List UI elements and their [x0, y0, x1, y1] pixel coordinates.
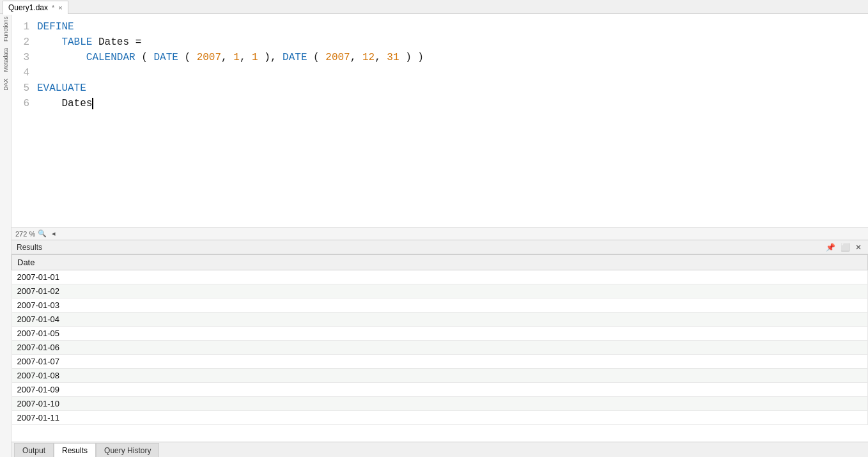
table-row: 2007-01-05 — [12, 327, 868, 341]
results-table-head: Date — [12, 255, 868, 270]
date-column-header: Date — [12, 255, 868, 270]
line-content-1: DEFINE — [37, 19, 868, 35]
token: ( — [136, 52, 154, 63]
code-line-1: 1DEFINE — [12, 19, 868, 35]
date-cell: 2007-01-09 — [12, 383, 868, 397]
bottom-tabs: Output Results Query History — [12, 442, 868, 457]
table-row: 2007-01-11 — [12, 411, 868, 425]
line-number-1: 1 — [12, 19, 37, 35]
tab-results[interactable]: Results — [54, 443, 96, 457]
tab-output[interactable]: Output — [14, 443, 54, 457]
code-line-5: 5EVALUATE — [12, 81, 868, 96]
token: 2007 — [325, 52, 350, 63]
tab-close-button[interactable]: × — [58, 4, 62, 12]
results-table: Date 2007-01-012007-01-022007-01-032007-… — [12, 254, 868, 425]
line-content-6: Dates — [37, 96, 868, 111]
table-row: 2007-01-10 — [12, 397, 868, 411]
zoom-level: 272 % — [15, 230, 35, 238]
tab-query-history[interactable]: Query History — [96, 443, 159, 457]
tab-bar: Query1.dax * × — [0, 0, 868, 14]
table-row: 2007-01-04 — [12, 313, 868, 327]
token: DATE — [153, 52, 178, 63]
table-row: 2007-01-07 — [12, 355, 868, 369]
zoom-bar: 272 % 🔍 ◂ — [12, 227, 868, 240]
table-row: 2007-01-02 — [12, 284, 868, 298]
close-results-button[interactable]: ✕ — [854, 243, 863, 252]
side-panel-metadata-label: Metadata — [3, 48, 9, 72]
token: , — [221, 52, 233, 63]
side-panel-dax-label: DAX — [3, 79, 9, 91]
token: TABLE — [37, 36, 98, 48]
token: EVALUATE — [37, 82, 86, 94]
token: ) ) — [399, 52, 424, 63]
editor-container: 1DEFINE2 TABLE Dates =3 CALENDAR ( DATE … — [12, 14, 868, 457]
pin-button[interactable]: 📌 — [825, 243, 837, 252]
token: 12 — [362, 52, 375, 63]
line-number-2: 2 — [12, 35, 37, 50]
token: 1 — [233, 52, 240, 63]
side-panel-functions-label: Functions — [3, 17, 9, 42]
scroll-left-icon[interactable]: ◂ — [52, 229, 56, 238]
line-number-3: 3 — [12, 50, 37, 65]
line-content-2: TABLE Dates = — [37, 35, 868, 50]
date-cell: 2007-01-08 — [12, 369, 868, 383]
code-editor[interactable]: 1DEFINE2 TABLE Dates =3 CALENDAR ( DATE … — [12, 14, 868, 227]
code-line-4: 4 — [12, 65, 868, 81]
token: , — [350, 52, 362, 63]
query-tab[interactable]: Query1.dax * × — [3, 1, 68, 15]
token: 1 — [252, 52, 258, 63]
tab-label: Query1.dax — [8, 3, 48, 12]
line-number-4: 4 — [12, 65, 37, 81]
table-row: 2007-01-08 — [12, 369, 868, 383]
results-header-row: Date — [12, 255, 868, 270]
results-table-body: 2007-01-012007-01-022007-01-032007-01-04… — [12, 270, 868, 425]
token: ), — [258, 52, 283, 63]
text-cursor — [92, 98, 93, 109]
token: DATE — [283, 52, 307, 63]
date-cell: 2007-01-10 — [12, 397, 868, 411]
token: Dates — [37, 98, 92, 109]
date-cell: 2007-01-06 — [12, 341, 868, 355]
date-cell: 2007-01-04 — [12, 313, 868, 327]
token: 2007 — [197, 52, 221, 63]
code-line-6: 6 Dates — [12, 96, 868, 111]
token: Dates — [98, 36, 136, 48]
date-cell: 2007-01-11 — [12, 411, 868, 425]
date-cell: 2007-01-02 — [12, 284, 868, 298]
table-row: 2007-01-09 — [12, 383, 868, 397]
date-cell: 2007-01-01 — [12, 270, 868, 284]
maximize-button[interactable]: ⬜ — [839, 243, 851, 252]
token: ( — [178, 52, 197, 63]
date-cell: 2007-01-07 — [12, 355, 868, 369]
line-content-5: EVALUATE — [37, 81, 868, 96]
code-line-3: 3 CALENDAR ( DATE ( 2007, 1, 1 ), DATE (… — [12, 50, 868, 65]
side-panel: Functions Metadata DAX — [0, 14, 12, 457]
tab-modified-indicator: * — [52, 4, 54, 12]
main-area: Functions Metadata DAX 1DEFINE2 TABLE Da… — [0, 14, 868, 457]
results-header-controls: 📌 ⬜ ✕ — [825, 243, 863, 252]
token: CALENDAR — [37, 52, 136, 63]
results-header: Results 📌 ⬜ ✕ — [12, 240, 868, 254]
zoom-icon: 🔍 — [38, 229, 47, 238]
table-row: 2007-01-03 — [12, 298, 868, 313]
token: , — [240, 52, 252, 63]
line-number-6: 6 — [12, 96, 37, 111]
token: DEFINE — [37, 21, 74, 33]
code-line-2: 2 TABLE Dates = — [12, 35, 868, 50]
date-cell: 2007-01-05 — [12, 327, 868, 341]
token: 31 — [387, 52, 399, 63]
results-panel: Results 📌 ⬜ ✕ Date 2007-01-012007-01-022… — [12, 240, 868, 457]
date-cell: 2007-01-03 — [12, 298, 868, 313]
token: = — [136, 36, 142, 48]
results-table-container[interactable]: Date 2007-01-012007-01-022007-01-032007-… — [12, 254, 868, 442]
table-row: 2007-01-06 — [12, 341, 868, 355]
token: ( — [307, 52, 326, 63]
line-content-3: CALENDAR ( DATE ( 2007, 1, 1 ), DATE ( 2… — [37, 50, 868, 65]
token: , — [375, 52, 387, 63]
table-row: 2007-01-01 — [12, 270, 868, 284]
line-number-5: 5 — [12, 81, 37, 96]
results-panel-title: Results — [17, 243, 42, 252]
